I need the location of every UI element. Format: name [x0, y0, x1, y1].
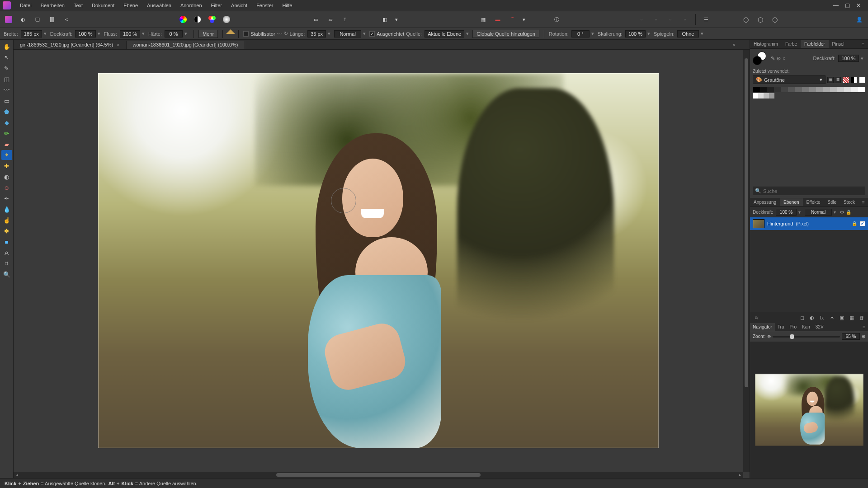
tab-stock[interactable]: Stock: [840, 198, 859, 206]
blur-tool-icon[interactable]: 💧: [1, 204, 12, 214]
photo-persona-icon[interactable]: [3, 14, 14, 25]
pen-tool-icon[interactable]: ✒: [1, 193, 12, 203]
more-button[interactable]: Mehr: [198, 30, 218, 38]
tab-32v[interactable]: 32V: [813, 323, 826, 331]
swatch-search-input[interactable]: [763, 188, 863, 194]
bw-icon[interactable]: [192, 14, 203, 25]
tab-tra[interactable]: Tra: [775, 323, 787, 331]
move-tool-icon[interactable]: ↖: [1, 52, 12, 62]
snap-icon[interactable]: ▬: [492, 14, 504, 25]
blend-mode-field[interactable]: Normal: [334, 30, 361, 38]
document-tab-2[interactable]: woman-1836601_1920.jpg [Geändert] (100.0…: [127, 41, 245, 49]
rotation-field[interactable]: 0 °: [571, 30, 590, 38]
zoom-value-field[interactable]: 65 %: [842, 333, 860, 340]
paint-brush-tool-icon[interactable]: ✏: [1, 128, 12, 138]
width-field[interactable]: 185 px: [21, 30, 42, 38]
tone-persona-icon[interactable]: ǁǁ: [46, 14, 58, 25]
fx-icon[interactable]: fx: [818, 314, 826, 321]
color-picker-tool-icon[interactable]: ✎: [1, 63, 12, 73]
stabiliser-check[interactable]: [243, 31, 249, 37]
scroll-left-icon[interactable]: ◂: [14, 472, 20, 478]
swap-color-icon[interactable]: ○: [783, 56, 786, 61]
healing-tool-icon[interactable]: ✚: [1, 161, 12, 171]
panel-menu-icon[interactable]: ≡: [858, 40, 868, 48]
mirror-field[interactable]: Ohne: [677, 30, 699, 38]
scale-dd-icon[interactable]: ▾: [647, 31, 652, 37]
global-source-button[interactable]: Globale Quelle hinzufügen: [472, 30, 539, 38]
arrange2-icon[interactable]: ▫: [650, 14, 662, 25]
layer-lock-icon[interactable]: 🔒: [846, 210, 851, 215]
sponge-tool-icon[interactable]: ✽: [1, 226, 12, 236]
layer-gear-icon[interactable]: ⚙: [840, 210, 844, 215]
scale-field[interactable]: 100 %: [625, 30, 646, 38]
color-wheel-icon[interactable]: [177, 14, 189, 25]
flow-field[interactable]: 100 %: [120, 30, 140, 38]
swatch-view2-icon[interactable]: ☰: [835, 77, 841, 83]
gradient-tool-icon[interactable]: ◆: [1, 117, 12, 127]
menu-layer[interactable]: Ebene: [119, 1, 142, 10]
zoom-in-icon[interactable]: ⊕: [862, 334, 865, 339]
gray-chips[interactable]: [753, 93, 865, 99]
swatch-none-icon[interactable]: [843, 77, 849, 83]
shape-tool-icon[interactable]: ■: [1, 237, 12, 247]
layer-row-background[interactable]: Hintergrund (Pixel) 🔒 ✔: [750, 217, 868, 230]
rotation-dd-icon[interactable]: ▾: [591, 31, 596, 37]
flood-tool-icon[interactable]: ⬟: [1, 107, 12, 117]
width-dd-icon[interactable]: ▾: [44, 31, 48, 37]
layer-styles-icon[interactable]: ≋: [753, 314, 760, 321]
smudge-tool-icon[interactable]: ☝: [1, 215, 12, 225]
swatch-opacity-field[interactable]: 100 %: [838, 55, 859, 62]
layers-menu-icon[interactable]: ≡: [859, 198, 868, 206]
arrange3-icon[interactable]: ▫: [665, 14, 676, 25]
minimize-icon[interactable]: —: [833, 2, 839, 9]
text-tool-icon[interactable]: A: [1, 248, 12, 258]
grid-icon[interactable]: ▦: [477, 14, 489, 25]
info-icon[interactable]: ⓘ: [551, 14, 562, 25]
menu-arrange[interactable]: Anordnen: [176, 1, 207, 10]
menu-document[interactable]: Dokument: [87, 1, 119, 10]
tab-navigator[interactable]: Navigator: [750, 323, 775, 331]
erase-tool-icon[interactable]: ▰: [1, 139, 12, 149]
swatch-preset-dropdown[interactable]: 🎨 Grautöne ▾: [753, 75, 826, 84]
swatch-search[interactable]: 🔍: [753, 187, 865, 195]
align-icon[interactable]: ☰: [700, 14, 712, 25]
marquee-tool-icon[interactable]: ▭: [1, 96, 12, 106]
tab-color[interactable]: Farbe: [782, 40, 801, 48]
layer-lock2-icon[interactable]: 🔒: [852, 221, 857, 226]
group-icon[interactable]: ▣: [838, 314, 845, 321]
arrange1-icon[interactable]: ▫: [636, 14, 647, 25]
mesh-tool-icon[interactable]: ⌗: [1, 258, 12, 268]
source-dd-icon[interactable]: ▾: [466, 31, 471, 37]
liquify-persona-icon[interactable]: ◐: [17, 14, 29, 25]
aligned-check[interactable]: ✔: [369, 31, 375, 37]
none-color-icon[interactable]: ⊘: [777, 56, 781, 61]
blend-dd-icon[interactable]: ▾: [363, 31, 368, 37]
mask-icon[interactable]: ◻: [798, 314, 806, 321]
curve2-icon[interactable]: ↻: [284, 31, 288, 37]
menu-view[interactable]: Ansicht: [226, 1, 252, 10]
source-field[interactable]: Aktuelle Ebene: [425, 30, 464, 38]
tab-effects[interactable]: Effekte: [803, 198, 824, 206]
text-select-icon[interactable]: 𝙸: [339, 14, 351, 25]
selection-brush-tool-icon[interactable]: 〰: [1, 85, 12, 95]
pressure-icon[interactable]: [227, 31, 234, 37]
live-filter-icon[interactable]: ✶: [828, 314, 835, 321]
add-layer-icon[interactable]: ▦: [848, 314, 855, 321]
quickmask-dd-icon[interactable]: ▾: [393, 14, 400, 25]
swatch-bw-icon[interactable]: [851, 77, 857, 83]
opacity-field[interactable]: 100 %: [75, 30, 95, 38]
account-icon[interactable]: 👤: [854, 14, 865, 25]
scroll-right-icon[interactable]: ▸: [737, 472, 743, 478]
maximize-icon[interactable]: ▢: [845, 2, 850, 9]
tab-pro[interactable]: Pro: [787, 323, 799, 331]
eyedropper-icon[interactable]: ✎: [771, 56, 775, 61]
develop-persona-icon[interactable]: ❏: [32, 14, 43, 25]
tab-kan[interactable]: Kan: [799, 323, 813, 331]
adjustment-icon[interactable]: ◐: [808, 314, 816, 321]
horizontal-scrollbar[interactable]: ◂ ▸: [14, 472, 743, 478]
tab1-close-icon[interactable]: ×: [117, 42, 119, 47]
document-tab-1[interactable]: girl-1869532_1920.jpg [Geändert] (64.5%)…: [14, 41, 127, 49]
hardness-dd-icon[interactable]: ▾: [184, 31, 189, 37]
crop-tool-icon[interactable]: ◫: [1, 74, 12, 84]
clone-tool-icon[interactable]: ⌖: [1, 150, 12, 160]
